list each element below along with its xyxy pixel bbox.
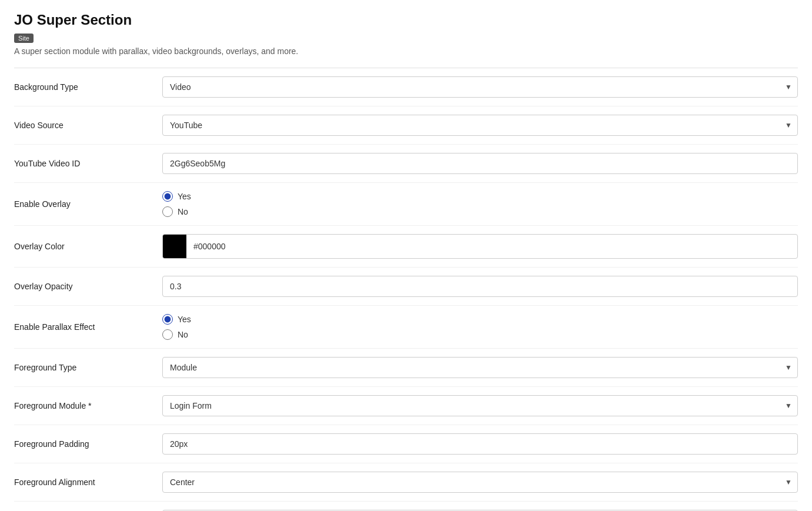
overlay-opacity-row: Overlay Opacity: [14, 268, 798, 306]
foreground-padding-row: Foreground Padding: [14, 425, 798, 463]
video-source-select[interactable]: YouTube Vimeo Self-hosted: [162, 115, 798, 136]
page-title: JO Super Section: [14, 12, 798, 28]
enable-overlay-yes-option[interactable]: Yes: [162, 191, 798, 202]
overlay-opacity-input[interactable]: [162, 276, 798, 297]
foreground-module-select-wrapper: Login Form Contact Form Custom HTML ▼: [162, 395, 798, 416]
enable-overlay-label: Enable Overlay: [14, 199, 71, 209]
foreground-alignment-label: Foreground Alignment: [14, 477, 95, 487]
enable-overlay-no-label: No: [178, 207, 188, 216]
foreground-padding-label: Foreground Padding: [14, 439, 89, 449]
settings-form: Background Type Video Image Color None ▼: [14, 68, 798, 511]
foreground-padding-input[interactable]: [162, 433, 798, 455]
background-type-label: Background Type: [14, 82, 78, 92]
youtube-video-id-input[interactable]: [162, 153, 798, 174]
overlay-color-text-input[interactable]: [186, 236, 797, 256]
foreground-module-label: Foreground Module *: [14, 401, 92, 410]
enable-parallax-yes-radio[interactable]: [162, 314, 173, 325]
enable-parallax-yes-label: Yes: [178, 315, 191, 324]
enable-parallax-label: Enable Parallax Effect: [14, 322, 95, 332]
overlay-color-field: [162, 234, 798, 259]
enable-parallax-row: Enable Parallax Effect Yes No: [14, 306, 798, 349]
site-badge: Site: [14, 34, 34, 43]
overlay-color-swatch[interactable]: [163, 235, 186, 258]
foreground-alignment-row: Foreground Alignment Center Left Right ▼: [14, 463, 798, 502]
enable-parallax-no-option[interactable]: No: [162, 329, 798, 340]
video-source-label: Video Source: [14, 121, 64, 130]
foreground-type-row: Foreground Type Module Text None ▼: [14, 349, 798, 387]
youtube-video-id-label: YouTube Video ID: [14, 159, 80, 168]
foreground-module-select[interactable]: Login Form Contact Form Custom HTML: [162, 395, 798, 416]
overlay-color-label: Overlay Color: [14, 242, 65, 251]
enable-parallax-no-label: No: [178, 330, 188, 339]
enable-overlay-yes-label: Yes: [178, 192, 191, 201]
enable-overlay-row: Enable Overlay Yes No: [14, 183, 798, 226]
video-source-select-wrapper: YouTube Vimeo Self-hosted ▼: [162, 115, 798, 136]
video-source-row: Video Source YouTube Vimeo Self-hosted ▼: [14, 106, 798, 145]
enable-overlay-yes-radio[interactable]: [162, 191, 173, 202]
page-description: A super section module with parallax, vi…: [14, 46, 798, 56]
overlay-opacity-label: Overlay Opacity: [14, 282, 73, 291]
overlay-color-row: Overlay Color: [14, 226, 798, 268]
enable-overlay-radio-group: Yes No: [162, 191, 798, 217]
foreground-type-label: Foreground Type: [14, 363, 76, 372]
foreground-type-select[interactable]: Module Text None: [162, 357, 798, 378]
minimum-height-row: Minimum Height: [14, 502, 798, 512]
enable-parallax-yes-option[interactable]: Yes: [162, 314, 798, 325]
background-type-select[interactable]: Video Image Color None: [162, 76, 798, 98]
enable-overlay-no-option[interactable]: No: [162, 206, 798, 217]
enable-parallax-no-radio[interactable]: [162, 329, 173, 340]
enable-parallax-radio-group: Yes No: [162, 314, 798, 340]
enable-overlay-no-radio[interactable]: [162, 206, 173, 217]
foreground-alignment-select[interactable]: Center Left Right: [162, 472, 798, 493]
foreground-module-row: Foreground Module * Login Form Contact F…: [14, 387, 798, 425]
background-type-select-wrapper: Video Image Color None ▼: [162, 76, 798, 98]
youtube-video-id-row: YouTube Video ID: [14, 145, 798, 183]
foreground-type-select-wrapper: Module Text None ▼: [162, 357, 798, 378]
background-type-row: Background Type Video Image Color None ▼: [14, 68, 798, 106]
foreground-alignment-select-wrapper: Center Left Right ▼: [162, 472, 798, 493]
